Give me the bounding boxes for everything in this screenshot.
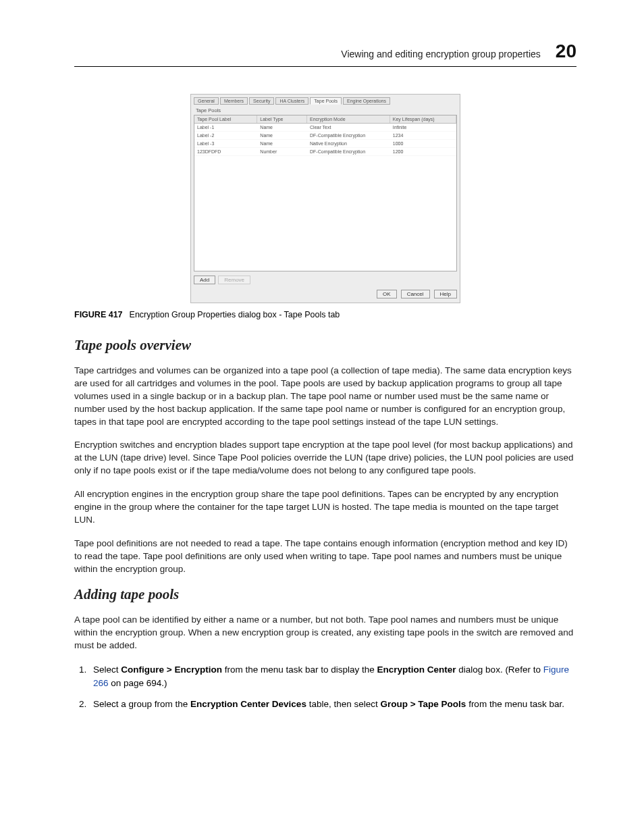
tabs-row: General Members Security HA Clusters Tap… bbox=[194, 97, 457, 105]
table-name: Encryption Center Devices bbox=[190, 699, 306, 709]
list-item: Select a group from the Encryption Cente… bbox=[89, 698, 576, 711]
header-rule bbox=[74, 66, 576, 67]
tab-members[interactable]: Members bbox=[220, 97, 248, 105]
cell: DF-Compatible Encryption bbox=[307, 148, 390, 155]
ok-button[interactable]: OK bbox=[377, 290, 397, 298]
figure-caption-text: Encryption Group Properties dialog box -… bbox=[130, 310, 340, 319]
paragraph: Tape cartridges and volumes can be organ… bbox=[74, 365, 576, 428]
cancel-button[interactable]: Cancel bbox=[401, 290, 430, 298]
step-text: from the menu task bar. bbox=[466, 699, 564, 709]
table-row[interactable]: Label -2 Name DF-Compatible Encryption 1… bbox=[194, 132, 456, 140]
table-row[interactable]: 123DFDFD Number DF-Compatible Encryption… bbox=[194, 148, 456, 156]
cell: 123DFDFD bbox=[194, 148, 257, 155]
chapter-number: 20 bbox=[556, 41, 576, 62]
cell: Native Encryption bbox=[307, 140, 390, 147]
group-label: Tape Pools bbox=[196, 107, 457, 113]
remove-button[interactable]: Remove bbox=[218, 276, 250, 284]
dialog-name: Encryption Center bbox=[377, 664, 456, 675]
paragraph: A tape pool can be identified by either … bbox=[74, 614, 576, 652]
tape-pools-table: Tape Pool Label Label Type Encryption Mo… bbox=[194, 115, 457, 271]
list-item: Select Configure > Encryption from the m… bbox=[89, 663, 576, 689]
dialog-box: General Members Security HA Clusters Tap… bbox=[190, 94, 460, 303]
table-row[interactable]: Label -1 Name Clear Text Infinite bbox=[194, 124, 456, 132]
figure-caption: FIGURE 417Encryption Group Properties di… bbox=[74, 310, 576, 319]
heading-tape-pools-overview: Tape pools overview bbox=[74, 337, 576, 354]
cell: Number bbox=[257, 148, 307, 155]
tab-engine-operations[interactable]: Engine Operations bbox=[343, 97, 390, 105]
figure-number: FIGURE 417 bbox=[74, 310, 123, 319]
tab-general[interactable]: General bbox=[194, 97, 219, 105]
col-label-type[interactable]: Label Type bbox=[257, 115, 307, 123]
cell: Name bbox=[257, 124, 307, 131]
cell: Label -3 bbox=[194, 140, 257, 147]
step-text: from the menu task bar to display the bbox=[222, 664, 377, 675]
col-tape-pool-label[interactable]: Tape Pool Label bbox=[194, 115, 257, 123]
heading-adding-tape-pools: Adding tape pools bbox=[74, 586, 576, 603]
tab-tape-pools[interactable]: Tape Pools bbox=[310, 97, 342, 105]
cell: Infinite bbox=[390, 124, 456, 131]
cell: Clear Text bbox=[307, 124, 390, 131]
cell: Label -1 bbox=[194, 124, 257, 131]
add-button[interactable]: Add bbox=[194, 276, 215, 284]
steps-list: Select Configure > Encryption from the m… bbox=[74, 663, 576, 711]
col-encryption-mode[interactable]: Encryption Mode bbox=[307, 115, 390, 123]
step-text: Select a group from the bbox=[93, 699, 190, 709]
step-text: Select bbox=[93, 664, 121, 675]
step-text: table, then select bbox=[306, 699, 381, 709]
col-key-lifespan[interactable]: Key Lifespan (days) bbox=[390, 115, 456, 123]
cell: 1234 bbox=[390, 132, 456, 139]
paragraph: Tape pool definitions are not needed to … bbox=[74, 538, 576, 576]
cell: Name bbox=[257, 132, 307, 139]
cell: 1200 bbox=[390, 148, 456, 155]
cell: Name bbox=[257, 140, 307, 147]
menu-path: Configure > Encryption bbox=[121, 664, 222, 675]
step-text: dialog box. (Refer to bbox=[456, 664, 543, 675]
cell: DF-Compatible Encryption bbox=[307, 132, 390, 139]
table-row[interactable]: Label -3 Name Native Encryption 1000 bbox=[194, 140, 456, 148]
paragraph: All encryption engines in the encryption… bbox=[74, 488, 576, 527]
tab-ha-clusters[interactable]: HA Clusters bbox=[275, 97, 308, 105]
cell: 1000 bbox=[390, 140, 456, 147]
help-button[interactable]: Help bbox=[434, 290, 457, 298]
paragraph: Encryption switches and encryption blade… bbox=[74, 439, 576, 477]
figure-area: General Members Security HA Clusters Tap… bbox=[74, 94, 576, 303]
header-section-title: Viewing and editing encryption group pro… bbox=[341, 49, 541, 59]
cell: Label -2 bbox=[194, 132, 257, 139]
tab-security[interactable]: Security bbox=[249, 97, 274, 105]
step-text: on page 694.) bbox=[109, 678, 167, 688]
menu-path: Group > Tape Pools bbox=[380, 699, 466, 709]
